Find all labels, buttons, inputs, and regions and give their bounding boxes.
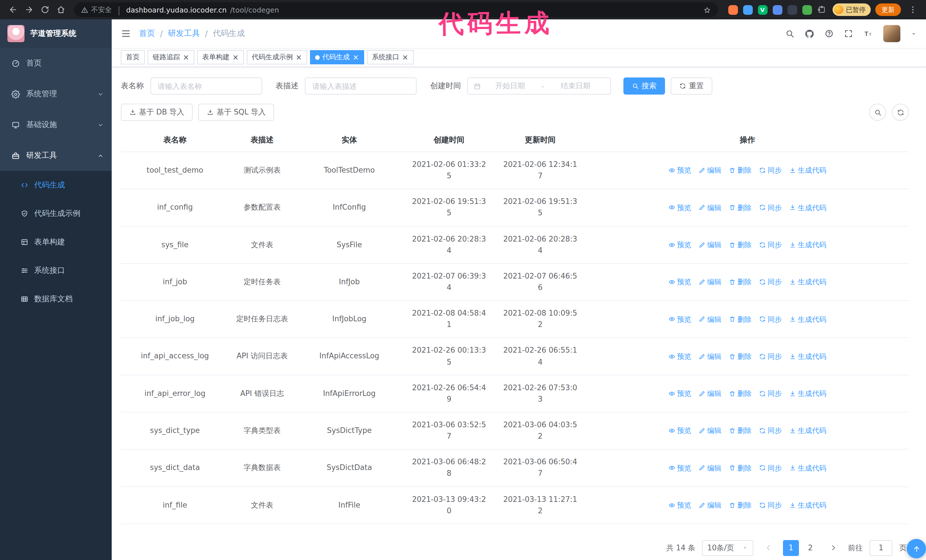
op-delete[interactable]: 删除 xyxy=(729,202,752,213)
page-button-2[interactable]: 2 xyxy=(802,540,818,556)
op-generate[interactable]: 生成代码 xyxy=(789,202,826,213)
next-page-button[interactable] xyxy=(825,540,841,556)
extension-green-v-icon[interactable]: V xyxy=(758,5,767,15)
op-delete[interactable]: 删除 xyxy=(729,462,752,473)
browser-update-button[interactable]: 更新 xyxy=(875,3,901,16)
op-preview[interactable]: 预览 xyxy=(669,165,691,176)
op-delete[interactable]: 删除 xyxy=(729,425,752,436)
op-generate[interactable]: 生成代码 xyxy=(789,314,826,325)
sidebar-item-dev-tools[interactable]: 研发工具 xyxy=(0,140,112,171)
breadcrumb-item-1[interactable]: 研发工具 xyxy=(168,29,200,39)
sidebar-item-form-builder[interactable]: 表单构建 xyxy=(0,228,112,257)
op-generate[interactable]: 生成代码 xyxy=(789,239,826,251)
op-edit[interactable]: 编辑 xyxy=(699,351,722,362)
op-sync[interactable]: 同步 xyxy=(759,462,782,473)
tab-system-api[interactable]: 系统接口× xyxy=(367,50,413,64)
op-delete[interactable]: 删除 xyxy=(729,388,752,399)
sidebar-item-system-management[interactable]: 系统管理 xyxy=(0,78,112,109)
browser-reload-button[interactable] xyxy=(38,2,53,17)
op-sync[interactable]: 同步 xyxy=(759,239,782,251)
toggle-search-button[interactable] xyxy=(869,104,886,121)
op-edit[interactable]: 编辑 xyxy=(699,314,722,325)
op-edit[interactable]: 编辑 xyxy=(699,462,722,473)
op-preview[interactable]: 预览 xyxy=(669,314,691,325)
tab-home[interactable]: 首页 xyxy=(121,50,145,64)
fullscreen-icon[interactable] xyxy=(844,29,853,38)
page-jump-input[interactable] xyxy=(870,540,893,556)
sidebar-item-codegen-example[interactable]: 代码生成示例 xyxy=(0,199,112,228)
profile-paused-badge[interactable]: 已暂停 xyxy=(832,3,871,16)
op-edit[interactable]: 编辑 xyxy=(699,239,722,251)
extension-extensions-puzzle-icon[interactable] xyxy=(817,5,826,15)
op-delete[interactable]: 删除 xyxy=(729,165,752,176)
browser-menu-button[interactable] xyxy=(905,2,920,17)
date-range-picker[interactable]: 开始日期 - 结束日期 xyxy=(467,77,611,95)
op-generate[interactable]: 生成代码 xyxy=(789,388,826,399)
page-size-select[interactable]: 10条/页 xyxy=(702,540,754,556)
extension-water-drop-icon[interactable] xyxy=(743,5,752,15)
avatar-caret-down-icon[interactable] xyxy=(911,30,917,37)
op-generate[interactable]: 生成代码 xyxy=(789,351,826,362)
page-button-1[interactable]: 1 xyxy=(783,540,799,556)
op-edit[interactable]: 编辑 xyxy=(699,165,722,176)
sidebar-item-home[interactable]: 首页 xyxy=(0,48,112,78)
table-desc-input[interactable] xyxy=(305,77,416,95)
op-sync[interactable]: 同步 xyxy=(759,276,782,288)
op-edit[interactable]: 编辑 xyxy=(699,425,722,436)
back-to-top-button[interactable] xyxy=(906,539,926,558)
tab-codegen-example[interactable]: 代码生成示例× xyxy=(247,50,307,64)
import-sql-button[interactable]: 基于 SQL 导入 xyxy=(198,104,274,121)
browser-home-button[interactable] xyxy=(54,2,68,17)
op-edit[interactable]: 编辑 xyxy=(699,388,722,399)
font-size-icon[interactable]: TT xyxy=(863,29,873,38)
close-icon[interactable]: × xyxy=(233,54,239,61)
close-icon[interactable]: × xyxy=(353,54,359,61)
user-avatar[interactable] xyxy=(883,25,900,42)
header-search-icon[interactable] xyxy=(785,29,794,38)
op-preview[interactable]: 预览 xyxy=(669,239,691,251)
op-generate[interactable]: 生成代码 xyxy=(789,165,826,176)
op-sync[interactable]: 同步 xyxy=(759,425,782,436)
extension-dark-card-icon[interactable] xyxy=(787,5,797,15)
op-edit[interactable]: 编辑 xyxy=(699,276,722,288)
table-name-input[interactable] xyxy=(150,77,262,95)
op-generate[interactable]: 生成代码 xyxy=(789,276,826,288)
import-db-button[interactable]: 基于 DB 导入 xyxy=(121,104,193,121)
close-icon[interactable]: × xyxy=(296,54,302,61)
prev-page-button[interactable] xyxy=(760,540,776,556)
op-edit[interactable]: 编辑 xyxy=(699,500,722,511)
op-preview[interactable]: 预览 xyxy=(669,425,691,436)
op-delete[interactable]: 删除 xyxy=(729,351,752,362)
tab-codegen[interactable]: 代码生成× xyxy=(310,50,364,64)
op-generate[interactable]: 生成代码 xyxy=(789,462,826,473)
op-delete[interactable]: 删除 xyxy=(729,276,752,288)
op-sync[interactable]: 同步 xyxy=(759,388,782,399)
op-preview[interactable]: 预览 xyxy=(669,276,691,288)
search-button[interactable]: 搜索 xyxy=(623,77,665,95)
extension-leaf-icon[interactable] xyxy=(802,5,812,15)
close-icon[interactable]: × xyxy=(183,54,189,61)
sidebar-item-system-api[interactable]: 系统接口 xyxy=(0,257,112,285)
op-delete[interactable]: 删除 xyxy=(729,500,752,511)
sidebar-collapse-button[interactable] xyxy=(121,29,131,39)
op-edit[interactable]: 编辑 xyxy=(699,202,722,213)
extension-users-icon[interactable] xyxy=(772,5,782,15)
browser-forward-button[interactable] xyxy=(22,2,36,17)
sidebar-item-db-doc[interactable]: 数据库文档 xyxy=(0,285,112,313)
op-generate[interactable]: 生成代码 xyxy=(789,425,826,436)
extension-fox-icon[interactable] xyxy=(728,5,738,15)
op-delete[interactable]: 删除 xyxy=(729,314,752,325)
github-icon[interactable] xyxy=(805,29,814,38)
refresh-table-button[interactable] xyxy=(892,104,909,121)
browser-back-button[interactable] xyxy=(6,2,21,17)
op-preview[interactable]: 预览 xyxy=(669,462,691,473)
op-sync[interactable]: 同步 xyxy=(759,202,782,213)
op-sync[interactable]: 同步 xyxy=(759,351,782,362)
help-icon[interactable] xyxy=(825,29,834,38)
close-icon[interactable]: × xyxy=(402,54,408,61)
op-preview[interactable]: 预览 xyxy=(669,388,691,399)
op-preview[interactable]: 预览 xyxy=(669,202,691,213)
address-bar[interactable]: 不安全 | dashboard.yudao.iocoder.cn /tool/c… xyxy=(74,2,718,17)
tab-form-builder[interactable]: 表单构建× xyxy=(197,50,244,64)
op-delete[interactable]: 删除 xyxy=(729,239,752,251)
